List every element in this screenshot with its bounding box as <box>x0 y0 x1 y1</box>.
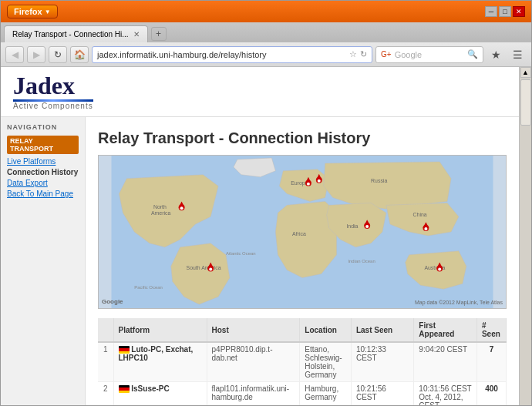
url-text: jadex.informatik.uni-hamburg.de/relay/hi… <box>97 50 349 59</box>
col-num <box>98 318 113 342</box>
host-cell: flapl101.informatik.uni-hamburg.de <box>207 382 300 406</box>
col-host: Host <box>207 318 300 342</box>
page-body: NAVIGATION RELAY TRANSPORT Live Platform… <box>1 117 519 405</box>
content-area: Jadex Active Components NAVIGATION RELAY… <box>1 67 531 405</box>
seen-count-cell: 7 <box>476 342 506 382</box>
svg-text:Russia: Russia <box>371 178 387 183</box>
flag-de-icon <box>119 385 130 393</box>
svg-text:Atlantic Ocean: Atlantic Ocean <box>226 251 256 256</box>
close-button[interactable]: ✕ <box>513 6 525 17</box>
firefox-menu-button[interactable]: Firefox ▼ <box>7 5 58 18</box>
sidebar-item-connection-history[interactable]: Connection History <box>7 168 79 176</box>
nav-label: NAVIGATION <box>7 123 79 131</box>
platform-name: IsSuse-PC <box>131 384 169 393</box>
first-appeared-cell: 9:04:20 CEST <box>414 342 477 382</box>
last-seen-cell: 10:21:56CEST <box>351 382 413 406</box>
last-seen-cell: 10:12:33CEST <box>351 342 413 382</box>
tab-close-icon[interactable]: ✕ <box>133 30 140 39</box>
svg-text:China: China <box>413 212 427 217</box>
svg-point-21 <box>318 180 321 183</box>
home-button[interactable]: 🏠 <box>70 46 89 63</box>
scrollbar-thumb[interactable] <box>520 79 531 126</box>
scrollbar[interactable]: ▲ <box>519 67 531 405</box>
page-main: Relay Transport - Connection History <box>86 117 519 405</box>
star-icon: ☆ <box>349 49 357 59</box>
svg-point-15 <box>307 183 310 186</box>
firefox-dropdown-arrow: ▼ <box>45 8 51 15</box>
location-cell: Hamburg, Germany <box>300 382 352 406</box>
svg-point-24 <box>365 225 369 228</box>
logo-container: Jadex Active Components <box>13 73 93 110</box>
sidebar-item-data-export[interactable]: Data Export <box>7 179 79 187</box>
titlebar: Firefox ▼ ─ □ ✕ <box>1 1 531 22</box>
tab-bar: Relay Transport - Connection Hi... ✕ + <box>1 22 531 42</box>
svg-text:South America: South America <box>187 266 221 271</box>
sidebar-section-header: RELAY TRANSPORT <box>7 136 79 154</box>
logo-text: Jadex <box>13 73 93 98</box>
reload-icon: ↻ <box>360 49 367 59</box>
url-icons: ☆ ↻ <box>349 49 367 59</box>
row-num: 2 <box>98 382 113 406</box>
search-icon: 🔍 <box>467 49 478 59</box>
site-header: Jadex Active Components <box>1 67 519 117</box>
svg-text:North: North <box>153 204 167 210</box>
search-placeholder: Google <box>395 50 464 59</box>
map-credit: Map data ©2012 MapLink, Tele Atlas <box>415 300 503 305</box>
col-seen: # Seen <box>476 318 506 342</box>
data-table: Platform Host Location Last Seen First A… <box>98 318 507 405</box>
map-container: North America South America Europe Afric… <box>98 155 507 309</box>
seen-count-cell: 400 <box>476 382 506 406</box>
refresh-button[interactable]: ↻ <box>49 46 67 63</box>
sidebar-item-back-main[interactable]: Back To Main Page <box>7 190 79 198</box>
toolbar: ◀ ▶ ↻ 🏠 jadex.informatik.uni-hamburg.de/… <box>1 42 531 67</box>
google-map-logo: Google <box>102 298 123 305</box>
maximize-button[interactable]: □ <box>499 6 511 17</box>
world-map-svg: North America South America Europe Afric… <box>99 156 506 308</box>
svg-text:India: India <box>346 223 358 229</box>
col-location: Location <box>300 318 352 342</box>
logo-subtitle: Active Components <box>13 102 93 110</box>
svg-point-18 <box>180 206 184 210</box>
flag-de-icon <box>119 346 130 354</box>
svg-text:Pacific Ocean: Pacific Ocean <box>134 285 163 290</box>
page-title: Relay Transport - Connection History <box>98 129 507 147</box>
platform-name: Luto-PC, Exchat, LHPC10 <box>119 345 194 362</box>
new-tab-button[interactable]: + <box>151 27 167 41</box>
menu-icon[interactable]: ☰ <box>508 46 527 63</box>
platform-cell: IsSuse-PC <box>113 382 207 406</box>
platform-cell: Luto-PC, Exchat, LHPC10 <box>113 342 207 382</box>
main-content: Jadex Active Components NAVIGATION RELAY… <box>1 67 519 405</box>
row-num: 1 <box>98 342 113 382</box>
host-cell: p4PPR8010.dip.t-dab.net <box>207 342 300 382</box>
svg-point-33 <box>424 227 427 230</box>
minimize-button[interactable]: ─ <box>485 6 497 17</box>
back-button[interactable]: ◀ <box>5 46 24 63</box>
tab-title: Relay Transport - Connection Hi... <box>12 30 129 39</box>
firefox-label: Firefox <box>14 7 42 16</box>
active-tab[interactable]: Relay Transport - Connection Hi... ✕ <box>4 25 148 42</box>
table-header: Platform Host Location Last Seen First A… <box>98 318 507 342</box>
table-row: 2 IsSuse-PC flapl101.informatik.uni-hamb… <box>98 382 507 406</box>
sidebar-item-live-platforms[interactable]: Live Platforms <box>7 157 79 166</box>
col-platform: Platform <box>113 318 207 342</box>
table-row: 1 Luto-PC, Exchat, LHPC10 p4PPR8010.dip.… <box>98 342 507 382</box>
forward-button[interactable]: ▶ <box>27 46 45 63</box>
col-first-appeared: First Appeared <box>414 318 477 342</box>
svg-point-27 <box>438 268 441 271</box>
bookmark-icon[interactable]: ★ <box>487 46 505 63</box>
svg-text:Indian Ocean: Indian Ocean <box>348 259 375 263</box>
svg-point-30 <box>209 268 212 271</box>
first-appeared-cell: 10:31:56 CESTOct. 4, 2012,CEST <box>414 382 477 406</box>
svg-text:America: America <box>151 210 171 216</box>
table-body: 1 Luto-PC, Exchat, LHPC10 p4PPR8010.dip.… <box>98 342 507 405</box>
search-engine-icon: G+ <box>381 50 392 59</box>
svg-text:Africa: Africa <box>292 231 306 237</box>
browser-window: Firefox ▼ ─ □ ✕ Relay Transport - Connec… <box>0 0 532 406</box>
location-cell: Ettano, Schleswig-Holstein, Germany <box>300 342 352 382</box>
search-bar[interactable]: G+ Google 🔍 <box>375 46 483 63</box>
sidebar: NAVIGATION RELAY TRANSPORT Live Platform… <box>1 117 86 405</box>
url-bar[interactable]: jadex.informatik.uni-hamburg.de/relay/hi… <box>92 46 372 63</box>
col-last-seen: Last Seen <box>351 318 413 342</box>
scroll-up-button[interactable]: ▲ <box>520 67 531 78</box>
